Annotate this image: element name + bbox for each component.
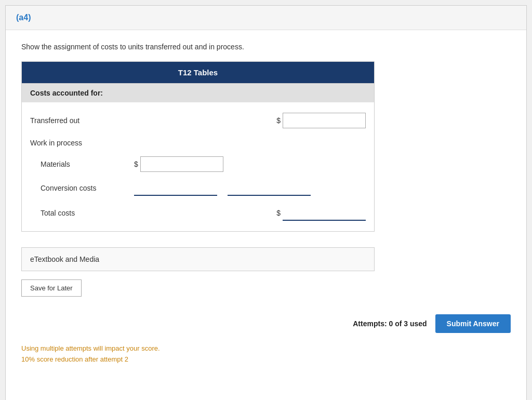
warning-line2: 10% score reduction after attempt 2 xyxy=(21,354,511,365)
page-title: (a4) xyxy=(16,13,31,22)
conversion-costs-row: Conversion costs xyxy=(30,176,366,200)
transferred-out-dollar: $ xyxy=(276,116,281,125)
transferred-out-input[interactable] xyxy=(283,113,366,128)
total-costs-row: Total costs $ xyxy=(30,200,366,226)
warning-line1: Using multiple attempts will impact your… xyxy=(21,343,511,354)
total-costs-input-group: $ xyxy=(276,205,366,221)
conversion-costs-input-left[interactable] xyxy=(134,180,217,196)
etextbook-label: eTextbook and Media xyxy=(30,255,99,263)
section-header: Costs accounted for: xyxy=(22,83,374,102)
header-bar: (a4) xyxy=(6,6,526,30)
submit-answer-button[interactable]: Submit Answer xyxy=(435,314,511,333)
transferred-out-input-group: $ xyxy=(276,113,366,128)
cost-table: T12 Tables Costs accounted for: Transfer… xyxy=(21,61,375,232)
transferred-out-label: Transferred out xyxy=(30,116,144,125)
materials-row: Materials $ xyxy=(30,152,366,176)
conversion-costs-label: Conversion costs xyxy=(41,184,134,192)
etextbook-section: eTextbook and Media xyxy=(21,247,375,271)
total-costs-dollar: $ xyxy=(276,209,281,217)
materials-dollar: $ xyxy=(134,160,138,168)
instruction-text: Show the assignment of costs to units tr… xyxy=(21,43,511,51)
warning-text: Using multiple attempts will impact your… xyxy=(21,343,511,365)
total-costs-label: Total costs xyxy=(30,209,144,217)
table-header: T12 Tables xyxy=(22,62,374,83)
work-in-process-row: Work in process xyxy=(30,134,366,152)
transferred-out-row: Transferred out $ xyxy=(30,108,366,134)
save-for-later-button[interactable]: Save for Later xyxy=(21,279,82,297)
bottom-bar: Attempts: 0 of 3 used Submit Answer xyxy=(21,309,511,338)
conversion-costs-input-right[interactable] xyxy=(228,180,311,196)
materials-label: Materials xyxy=(41,160,134,168)
table-body: Transferred out $ Work in process Materi… xyxy=(22,102,374,231)
main-content: Show the assignment of costs to units tr… xyxy=(6,30,526,378)
attempts-text: Attempts: 0 of 3 used xyxy=(353,319,427,328)
total-costs-input[interactable] xyxy=(283,205,366,221)
materials-input[interactable] xyxy=(140,156,223,172)
work-in-process-label: Work in process xyxy=(30,139,144,147)
